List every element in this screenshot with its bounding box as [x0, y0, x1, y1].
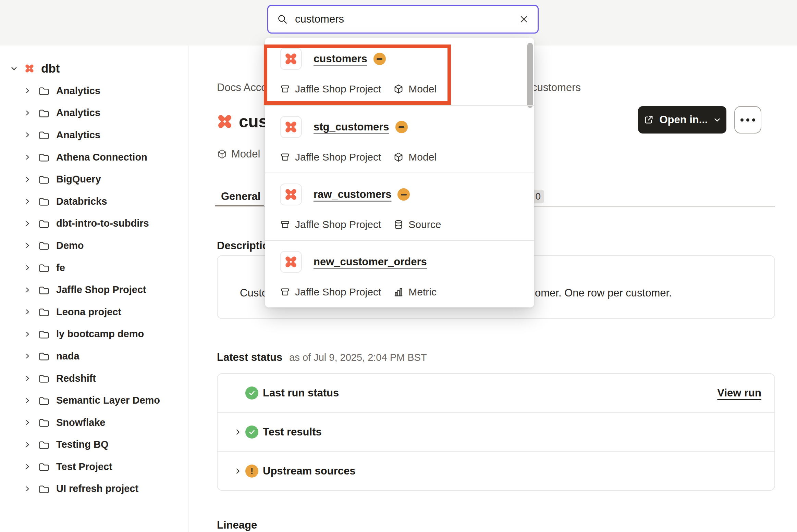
project-icon [280, 152, 290, 162]
sidebar-project-item[interactable]: ly bootcamp demo [0, 323, 188, 345]
sidebar-item-label: Test Project [56, 461, 112, 472]
result-type-label: Model [408, 151, 437, 163]
search-result-item[interactable]: raw_customers Jaffle Shop Project Source [265, 173, 534, 240]
chevron-right-icon[interactable] [24, 353, 31, 359]
more-options-button[interactable] [734, 106, 761, 134]
result-type-label: Metric [408, 286, 437, 298]
chevron-right-icon[interactable] [24, 198, 31, 205]
chevron-right-icon[interactable] [24, 242, 31, 249]
search-result-item[interactable]: new_customer_orders Jaffle Shop Project … [265, 240, 534, 307]
stale-status-badge-icon [397, 188, 410, 201]
sidebar-item-label: Redshift [56, 373, 96, 384]
search-input-value[interactable]: customers [295, 13, 512, 25]
open-in-button[interactable]: Open in... [638, 106, 726, 134]
dbt-logo-icon [284, 121, 297, 134]
sidebar-project-item[interactable]: Test Project [0, 456, 188, 478]
sidebar-project-item[interactable]: Analytics [0, 102, 188, 124]
project-icon [280, 84, 290, 94]
chevron-right-icon[interactable] [24, 419, 31, 426]
status-row-label: Test results [263, 426, 322, 438]
sidebar-project-item[interactable]: Jaffle Shop Project [0, 279, 188, 301]
dot-icon [752, 118, 755, 122]
project-icon [280, 287, 290, 297]
dbt-explorer-app: dbt Analytics Analytics Analytics [0, 0, 797, 532]
sidebar-project-item[interactable]: Semantic Layer Demo [0, 389, 188, 411]
sidebar-project-item[interactable]: Testing BQ [0, 434, 188, 456]
folder-icon [38, 351, 49, 361]
tab-general[interactable]: General [221, 190, 260, 203]
result-type-label: Model [408, 83, 437, 95]
chevron-right-icon[interactable] [234, 428, 242, 436]
result-name-link[interactable]: customers [314, 53, 367, 65]
folder-icon [38, 152, 49, 162]
folder-icon [38, 263, 49, 273]
search-result-item[interactable]: stg_customers Jaffle Shop Project Model [265, 105, 534, 173]
chevron-right-icon[interactable] [24, 176, 31, 183]
stale-status-badge-icon [373, 53, 386, 65]
latest-status-card: Last run status View run Test results ! … [217, 373, 775, 491]
sidebar-project-item[interactable]: dbt-intro-to-subdirs [0, 213, 188, 235]
chevron-right-icon[interactable] [24, 441, 31, 448]
sidebar-item-label: dbt-intro-to-subdirs [56, 218, 149, 229]
status-indicator-icon [245, 426, 258, 439]
sidebar-project-item[interactable]: Snowflake [0, 411, 188, 434]
chevron-right-icon[interactable] [24, 331, 31, 338]
chevron-right-icon[interactable] [24, 87, 31, 94]
folder-icon [38, 196, 49, 206]
sidebar-project-item[interactable]: Analytics [0, 124, 188, 146]
folder-icon [38, 285, 49, 295]
chevron-down-icon[interactable] [10, 65, 18, 72]
search-input[interactable]: customers [267, 5, 539, 34]
chevron-right-icon[interactable] [24, 220, 31, 227]
dbt-logo-icon [284, 52, 297, 65]
chevron-right-icon[interactable] [24, 485, 31, 492]
chevron-right-icon[interactable] [24, 110, 31, 116]
sidebar-project-item[interactable]: Leona project [0, 301, 188, 323]
dot-icon [740, 118, 744, 122]
search-result-item[interactable]: customers Jaffle Shop Project Model [265, 38, 534, 105]
chevron-right-icon[interactable] [24, 287, 31, 293]
folder-icon [38, 417, 49, 428]
status-row[interactable]: Test results [218, 412, 774, 451]
sidebar-project-item[interactable]: BigQuery [0, 168, 188, 190]
result-name-link[interactable]: raw_customers [314, 188, 391, 201]
status-indicator-icon [245, 387, 258, 400]
sidebar-project-item[interactable]: UI refresh project [0, 478, 188, 500]
sidebar-root-dbt[interactable]: dbt [0, 57, 188, 80]
chevron-right-icon[interactable] [24, 264, 31, 271]
chevron-right-icon[interactable] [234, 467, 242, 475]
model-cube-icon [393, 152, 404, 162]
result-name-link[interactable]: new_customer_orders [314, 256, 427, 268]
sidebar-root-label: dbt [41, 62, 60, 75]
result-project-label: Jaffle Shop Project [295, 83, 381, 95]
folder-icon [38, 373, 49, 383]
chevron-right-icon[interactable] [24, 154, 31, 161]
dbt-logo-icon [25, 64, 34, 73]
result-project-label: Jaffle Shop Project [295, 151, 381, 163]
sidebar-project-item[interactable]: fe [0, 257, 188, 279]
breadcrumb: Docs Acco [217, 81, 267, 94]
chevron-right-icon[interactable] [24, 375, 31, 382]
sidebar-project-item[interactable]: Demo [0, 235, 188, 257]
sidebar-item-label: Analytics [56, 85, 100, 97]
folder-icon [38, 329, 49, 339]
sidebar-project-item[interactable]: Databricks [0, 190, 188, 213]
status-row[interactable]: Last run status View run [218, 374, 774, 412]
sidebar-project-item[interactable]: Athena Connection [0, 146, 188, 168]
chevron-right-icon[interactable] [24, 308, 31, 315]
status-row[interactable]: ! Upstream sources [218, 451, 774, 490]
sidebar-project-item[interactable]: nada [0, 345, 188, 367]
view-run-link[interactable]: View run [717, 387, 761, 399]
folder-icon [38, 218, 49, 229]
folder-icon [38, 461, 49, 472]
chevron-down-icon [713, 116, 721, 124]
sidebar-item-label: Jaffle Shop Project [56, 284, 146, 295]
sidebar-project-item[interactable]: Analytics [0, 80, 188, 102]
sidebar-item-label: Analytics [56, 107, 100, 118]
sidebar-project-item[interactable]: Redshift [0, 367, 188, 390]
clear-search-icon[interactable] [519, 14, 529, 24]
chevron-right-icon[interactable] [24, 397, 31, 404]
result-name-link[interactable]: stg_customers [314, 121, 389, 133]
chevron-right-icon[interactable] [24, 131, 31, 138]
chevron-right-icon[interactable] [24, 463, 31, 470]
